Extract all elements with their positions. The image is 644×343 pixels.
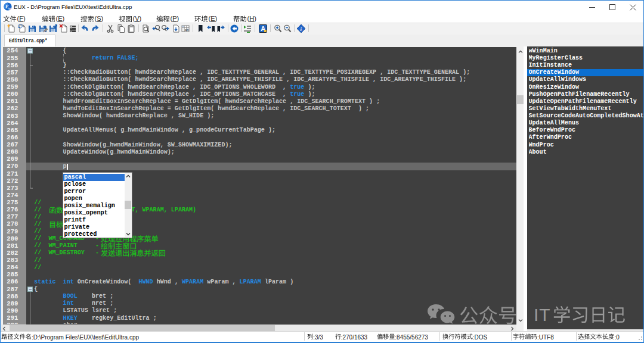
svg-text:u: u xyxy=(8,6,11,11)
svg-text:ab: ab xyxy=(185,28,189,32)
